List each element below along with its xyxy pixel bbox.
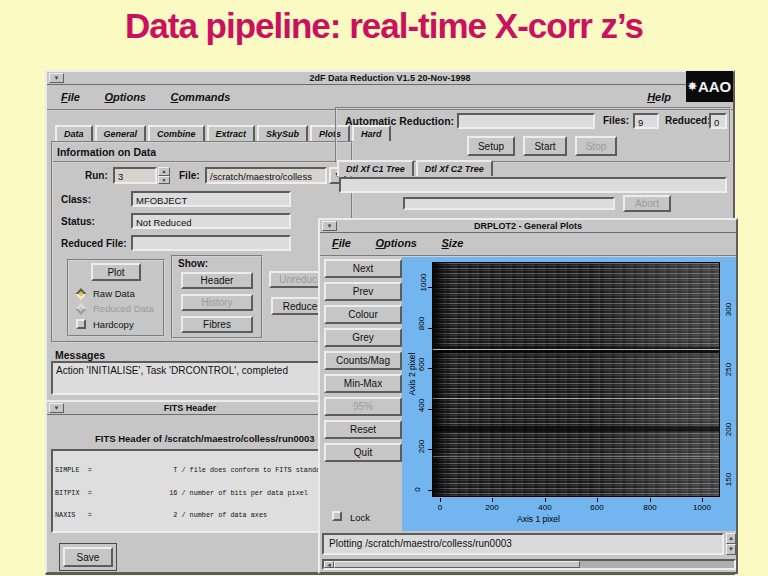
lock-label: Lock	[350, 512, 370, 523]
x-tick-label: 0	[438, 503, 442, 512]
fits-window-menu-button[interactable]: ▼	[49, 403, 64, 413]
scroll-left-icon[interactable]: ◄	[324, 561, 334, 568]
drplot2-menubar: File Options Size	[320, 233, 736, 257]
x-tick-label: 800	[643, 503, 656, 512]
x-tick-label: 400	[538, 503, 551, 512]
y-tick-label: 0	[413, 487, 422, 491]
status-scrollbar[interactable]: ▲ ▼	[726, 533, 736, 555]
window-menu-button[interactable]: ▼	[49, 73, 64, 83]
reduced-data-label: Reduced Data	[93, 303, 154, 314]
next-button[interactable]: Next	[324, 259, 402, 278]
tree-tab-c1[interactable]: Dtl Xf C1 Tree	[337, 160, 414, 176]
menu-file[interactable]: File	[61, 91, 80, 103]
main-window-title: 2dF Data Reduction V1.5 20-Nov-1998	[309, 73, 470, 83]
right-tick-label: 300	[724, 303, 733, 316]
status-field: Not Reduced	[131, 213, 291, 229]
menu-options[interactable]: Options	[104, 91, 146, 103]
counts-mag-button[interactable]: Counts/Mag	[324, 351, 402, 370]
scroll-down-icon[interactable]: ▼	[726, 544, 736, 555]
fits-line: SIMPLE = T / file does conform to FITS s…	[55, 467, 319, 475]
lock-checkbox[interactable]	[332, 511, 342, 521]
save-button[interactable]: Save	[63, 547, 113, 567]
stop-button[interactable]: Stop	[575, 136, 617, 156]
x-axis-label: Axis 1 pixel	[517, 514, 560, 524]
right-tick-label: 200	[724, 423, 733, 436]
bright-spectrum-row	[433, 456, 719, 457]
menu-help[interactable]: Help	[647, 91, 671, 103]
drplot2-menu-size[interactable]: Size	[441, 237, 463, 249]
bright-spectrum-row	[433, 398, 719, 399]
reduced-count-label: Reduced:	[665, 115, 711, 126]
reset-button[interactable]: Reset	[324, 420, 402, 439]
file-field[interactable]: /scratch/maestro/colless	[205, 167, 327, 184]
tree-tab-c2[interactable]: Dtl Xf C2 Tree	[416, 160, 493, 176]
setup-button[interactable]: Setup	[467, 136, 515, 156]
raw-data-radio[interactable]	[75, 288, 86, 299]
files-count-field: 9	[633, 113, 659, 129]
grey-button[interactable]: Grey	[324, 328, 402, 347]
percentile-button[interactable]: 95%	[324, 397, 402, 416]
aao-logo-text: AAO	[698, 78, 731, 95]
plot-area: 0 200 400 600 800 1000 Axis 1 pixel 1000…	[402, 257, 736, 531]
abort-button[interactable]: Abort	[623, 195, 671, 212]
files-label: Files:	[603, 115, 629, 126]
reduced-count-field: 0	[709, 113, 727, 129]
fits-text-area[interactable]: SIMPLE = T / file does conform to FITS s…	[51, 449, 323, 533]
y-tick-label: 800	[417, 317, 426, 330]
drplot2-window: ▼ DRPLOT2 - General Plots File Options S…	[318, 218, 738, 574]
colour-button[interactable]: Colour	[324, 305, 402, 324]
messages-box: Action 'INITIALISE', Task 'DRCONTROL', c…	[51, 361, 337, 395]
scroll-up-icon[interactable]: ▲	[726, 533, 736, 544]
spinner-down-icon[interactable]: ▼	[158, 176, 170, 185]
header-button[interactable]: Header	[181, 272, 253, 289]
x-tick-label: 600	[590, 503, 603, 512]
start-button[interactable]: Start	[523, 136, 567, 156]
tree-tabrow: Dtl Xf C1 Tree Dtl Xf C2 Tree	[337, 160, 493, 176]
spinner-up-icon[interactable]: ▲	[158, 167, 170, 176]
drplot2-menu-options[interactable]: Options	[375, 237, 417, 249]
x-axis-ticks	[432, 498, 721, 502]
hardcopy-checkbox[interactable]	[76, 319, 86, 329]
auto-reduction-field[interactable]	[457, 113, 595, 129]
progress-field	[403, 197, 615, 210]
fibres-button[interactable]: Fibres	[181, 316, 253, 333]
reduced-data-radio[interactable]	[75, 303, 86, 314]
hscroll-thumb[interactable]	[334, 561, 580, 568]
tab-extract[interactable]: Extract	[207, 125, 256, 141]
tab-combine[interactable]: Combine	[148, 125, 205, 141]
run-label: Run:	[85, 170, 108, 181]
run-field[interactable]: 3	[113, 167, 157, 184]
main-titlebar: ▼ 2dF Data Reduction V1.5 20-Nov-1998	[47, 72, 733, 85]
reduced-file-field	[131, 235, 291, 251]
history-button[interactable]: History	[181, 294, 253, 311]
plot-button[interactable]: Plot	[91, 263, 141, 281]
class-label: Class:	[61, 194, 91, 205]
bright-spectrum-row	[433, 349, 719, 350]
prev-button[interactable]: Prev	[324, 282, 402, 301]
y-axis-ticks	[428, 262, 432, 498]
quit-button[interactable]: Quit	[324, 443, 402, 462]
drplot2-menu-file[interactable]: File	[332, 237, 351, 249]
plot-status-bar: Plotting /scratch/maestro/colless/run000…	[322, 533, 724, 555]
file-label: File:	[179, 170, 200, 181]
messages-label: Messages	[55, 349, 105, 361]
fits-window-title: FITS Header	[164, 403, 217, 413]
y-tick-label: 600	[417, 358, 426, 371]
titlebar-menu-icon: ▼	[54, 405, 60, 411]
menu-commands[interactable]: Commands	[170, 91, 230, 103]
plot-hscrollbar[interactable]: ◄	[322, 559, 736, 570]
tab-skysub[interactable]: SkySub	[257, 125, 308, 141]
titlebar-menu-icon: ▼	[327, 223, 333, 229]
min-max-button[interactable]: Min-Max	[324, 374, 402, 393]
spectra-image[interactable]	[432, 262, 720, 497]
tab-general[interactable]: General	[95, 125, 147, 141]
run-spinner: ▲ ▼	[158, 167, 170, 184]
y-tick-label: 1000	[419, 274, 428, 292]
class-field: MFOBJECT	[131, 191, 291, 207]
fits-line: NAXIS = 2 / number of data axes	[55, 512, 319, 520]
show-label: Show:	[178, 258, 208, 269]
drplot2-titlebar: ▼ DRPLOT2 - General Plots	[320, 220, 736, 233]
tab-data[interactable]: Data	[55, 125, 93, 141]
titlebar-menu-icon: ▼	[54, 75, 60, 81]
drplot2-window-menu-button[interactable]: ▼	[322, 221, 337, 231]
